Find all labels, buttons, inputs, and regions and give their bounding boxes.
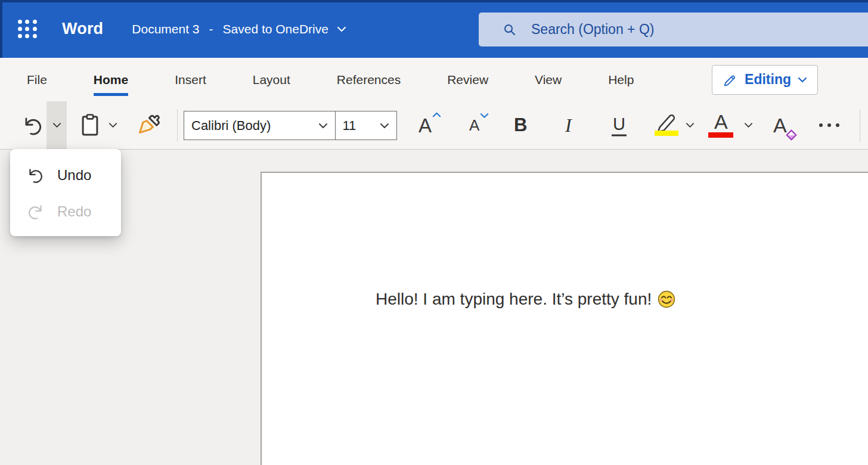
chevron-down-icon bbox=[52, 122, 61, 128]
tab-insert[interactable]: Insert bbox=[175, 58, 206, 101]
tab-references[interactable]: References bbox=[337, 58, 401, 101]
grow-font-label: A bbox=[418, 116, 432, 135]
paste-clipboard-icon bbox=[78, 113, 103, 138]
menu-item-label: Redo bbox=[57, 203, 91, 220]
document-title-bar[interactable]: Document 3 - Saved to OneDrive bbox=[132, 22, 346, 36]
font-color-button[interactable]: A bbox=[714, 111, 728, 132]
chevron-down-icon bbox=[798, 77, 807, 83]
font-color-swatch bbox=[708, 132, 733, 138]
redo-icon bbox=[26, 202, 45, 221]
document-canvas: Hello! I am typing here. It’s pretty fun… bbox=[0, 150, 868, 465]
ribbon-tab-bar: File Home Insert Layout References Revie… bbox=[0, 58, 868, 101]
underline-button[interactable]: U bbox=[612, 114, 627, 137]
editing-button-label: Editing bbox=[745, 72, 791, 88]
tab-review[interactable]: Review bbox=[447, 58, 488, 101]
toolbar-divider bbox=[860, 109, 860, 142]
window-top-edge bbox=[0, 0, 868, 2]
smiling-face-with-smiling-eyes-emoji bbox=[657, 290, 676, 309]
document-page[interactable]: Hello! I am typing here. It’s pretty fun… bbox=[261, 172, 868, 465]
pencil-icon bbox=[723, 72, 738, 88]
app-launcher-waffle-icon[interactable] bbox=[18, 20, 37, 39]
toolbar-divider bbox=[177, 109, 178, 142]
chevron-down-icon bbox=[744, 122, 753, 128]
undo-dropdown-button[interactable] bbox=[46, 101, 67, 149]
ribbon-toolbar: Calibri (Body) 11 A A B I U bbox=[0, 101, 868, 150]
tab-layout[interactable]: Layout bbox=[253, 58, 290, 101]
tab-home[interactable]: Home bbox=[94, 58, 128, 101]
font-size-select[interactable]: 11 bbox=[335, 111, 397, 140]
more-options-button[interactable] bbox=[819, 123, 839, 127]
grow-font-button[interactable]: A bbox=[418, 116, 432, 135]
app-name[interactable]: Word bbox=[62, 20, 103, 38]
highlight-color-swatch bbox=[655, 131, 678, 136]
undo-icon bbox=[21, 114, 44, 137]
font-color-dropdown-button[interactable] bbox=[744, 122, 753, 128]
clear-formatting-icon: A bbox=[773, 115, 787, 135]
italic-button[interactable]: I bbox=[565, 114, 572, 137]
chevron-down-icon bbox=[108, 122, 117, 128]
window-left-edge bbox=[0, 0, 2, 58]
chevron-down-icon bbox=[318, 123, 335, 129]
shrink-font-button[interactable]: A bbox=[469, 117, 479, 133]
undo-dropdown-menu: Undo Redo bbox=[10, 149, 121, 236]
document-title: Document 3 bbox=[132, 22, 199, 36]
document-text-line: Hello! I am typing here. It’s pretty fun… bbox=[376, 290, 676, 309]
chevron-down-icon[interactable] bbox=[337, 26, 346, 32]
tab-file[interactable]: File bbox=[27, 58, 47, 101]
undo-button[interactable] bbox=[21, 114, 44, 137]
tab-view[interactable]: View bbox=[535, 58, 562, 101]
undo-icon bbox=[26, 166, 45, 184]
bold-label: B bbox=[514, 114, 527, 136]
document-text: Hello! I am typing here. It’s pretty fun… bbox=[376, 290, 652, 309]
underline-label: U bbox=[612, 114, 627, 137]
clear-formatting-button[interactable]: A bbox=[773, 115, 787, 135]
tab-help[interactable]: Help bbox=[608, 58, 634, 101]
font-color-icon: A bbox=[714, 111, 728, 132]
search-placeholder: Search (Option + Q) bbox=[531, 21, 654, 38]
chevron-down-icon bbox=[686, 122, 695, 128]
eraser-diamond-icon bbox=[786, 129, 796, 140]
editing-mode-button[interactable]: Editing bbox=[712, 65, 818, 95]
paste-button[interactable] bbox=[78, 113, 103, 138]
highlight-button[interactable] bbox=[654, 113, 679, 131]
font-color-label: A bbox=[714, 110, 728, 133]
menu-item-undo[interactable]: Undo bbox=[10, 157, 121, 193]
italic-label: I bbox=[565, 114, 572, 137]
caret-up-icon bbox=[432, 112, 441, 118]
font-name-select[interactable]: Calibri (Body) bbox=[184, 111, 336, 140]
shrink-font-label: A bbox=[469, 117, 479, 133]
clear-formatting-label: A bbox=[773, 114, 787, 137]
font-size-value: 11 bbox=[336, 118, 380, 134]
highlight-dropdown-button[interactable] bbox=[686, 122, 695, 128]
search-icon bbox=[503, 23, 517, 37]
bold-button[interactable]: B bbox=[514, 114, 527, 136]
chevron-down-icon bbox=[380, 123, 396, 129]
save-status: Saved to OneDrive bbox=[223, 22, 328, 36]
menu-item-label: Undo bbox=[57, 167, 91, 184]
paste-dropdown-button[interactable] bbox=[108, 122, 117, 128]
active-tab-underline bbox=[94, 93, 128, 96]
font-name-value: Calibri (Body) bbox=[184, 118, 318, 134]
format-painter-button[interactable] bbox=[135, 112, 162, 138]
menu-item-redo[interactable]: Redo bbox=[10, 193, 121, 230]
title-dash: - bbox=[209, 22, 213, 36]
format-painter-icon bbox=[135, 112, 162, 138]
highlighter-icon bbox=[654, 113, 679, 131]
app-header: Word Document 3 - Saved to OneDrive Sear… bbox=[0, 0, 868, 58]
caret-down-icon bbox=[480, 113, 489, 119]
search-input[interactable]: Search (Option + Q) bbox=[479, 13, 868, 46]
